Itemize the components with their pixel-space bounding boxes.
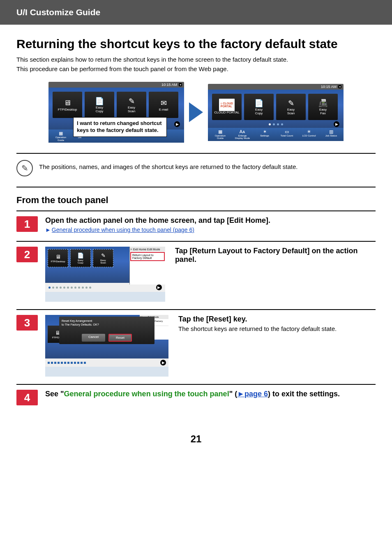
note-text: The positions, names, and images of the … bbox=[39, 160, 298, 170]
dialog-line2: to The Factory Defaults. OK? bbox=[62, 323, 152, 326]
shortcut-key-label: Easy Copy bbox=[78, 259, 83, 264]
reset-button[interactable]: Reset bbox=[108, 334, 132, 342]
bottom-bar-label: Settings bbox=[260, 134, 269, 137]
shortcut-key-label: Easy Scan bbox=[128, 106, 135, 113]
step-number: 4 bbox=[16, 390, 38, 405]
shortcut-key-icon: 🖥 bbox=[64, 98, 71, 108]
intro-text: This section explains how to return the … bbox=[16, 55, 376, 74]
speaker-icon: ◂ bbox=[338, 85, 341, 88]
step-2: 2 🖥FTP/Desktop📄Easy Copy✎Easy Scan ▹Exit… bbox=[16, 241, 376, 309]
shortcut-key-icon: ✎ bbox=[129, 96, 135, 106]
shortcut-key-icon: ✉ bbox=[161, 98, 167, 108]
page-title: Returning the shortcut keys to the facto… bbox=[16, 37, 376, 51]
action-panel-header[interactable]: ▹Exit Home Edit Mode bbox=[130, 247, 165, 252]
shortcut-key-label: Easy Fax bbox=[319, 108, 327, 116]
shortcut-key[interactable]: 🖥FTP/Desktop bbox=[53, 92, 82, 118]
shortcut-key-label: E-mail bbox=[159, 108, 168, 112]
shortcut-key-icon: ✎ bbox=[288, 98, 294, 108]
speaker-icon: ◂ bbox=[179, 83, 182, 86]
step4-green-link[interactable]: General procedure when using the touch p… bbox=[64, 390, 229, 398]
step2-screenshot: 🖥FTP/Desktop📄Easy Copy✎Easy Scan ▹Exit H… bbox=[45, 247, 165, 302]
bottom-bar-item[interactable]: AᴀEnlarge Display Mode bbox=[234, 129, 251, 140]
shortcut-key-icon: ✎ bbox=[101, 252, 106, 259]
intro-line2: This procedure can be performed from the… bbox=[16, 65, 376, 74]
shortcut-key[interactable]: 📄Easy Copy bbox=[70, 249, 91, 267]
shortcut-key-icon: ≡ CLOUDPORTAL bbox=[219, 99, 235, 111]
page-dot[interactable] bbox=[281, 123, 283, 125]
shortcut-key-label: Easy Copy bbox=[255, 108, 263, 116]
shortcut-key[interactable]: 📄Easy Copy bbox=[244, 94, 274, 120]
bottom-bar-icon: ▭ bbox=[285, 129, 289, 134]
step3-desc: The shortcut keys are returned to the fa… bbox=[178, 325, 337, 332]
step-3: 3 Home Edit Mode rn Layout to Factory ul… bbox=[16, 309, 376, 384]
shortcut-key-label: Easy Copy bbox=[96, 106, 104, 113]
shortcut-key-icon: 📄 bbox=[254, 98, 263, 108]
step1-link-text: General procedure when using the touch p… bbox=[52, 227, 194, 233]
divider bbox=[16, 187, 376, 187]
bottom-bar-item[interactable]: ▦Operation Guide bbox=[212, 129, 228, 140]
page-next-icon[interactable]: ▶ bbox=[334, 121, 339, 127]
page-next-icon[interactable]: ▶ bbox=[174, 121, 180, 127]
shortcut-key-label: CLOUD PORTAL bbox=[214, 111, 240, 115]
note-icon: ✎ bbox=[16, 160, 33, 176]
step1-title: Open the action panel on the home screen… bbox=[45, 216, 376, 225]
transition-arrow-icon bbox=[189, 102, 203, 122]
action-panel: ▹Exit Home Edit Mode Return Layout to Fa… bbox=[129, 247, 165, 284]
shortcut-key[interactable]: 📄Easy Copy bbox=[85, 92, 114, 118]
divider bbox=[16, 153, 376, 154]
shortcut-key-label: Easy Scan bbox=[287, 108, 295, 116]
screen-after: 10:15 AM ◂ ≡ CLOUDPORTALCLOUD PORTAL📄Eas… bbox=[208, 84, 344, 141]
bottom-bar-label: Total Count bbox=[281, 134, 293, 137]
shortcut-key[interactable]: ✉E-mail bbox=[149, 92, 178, 118]
shortcut-key-icon: 🖥 bbox=[55, 254, 61, 260]
bottom-bar-icon: ▦ bbox=[218, 129, 222, 134]
shortcut-key-icon: 📄 bbox=[77, 252, 84, 259]
bottom-bar-label: LCD Control bbox=[302, 134, 316, 137]
step-number: 2 bbox=[16, 247, 38, 262]
bottom-bar-label: Operation Guide bbox=[55, 136, 66, 141]
shortcut-key[interactable]: ✎Easy Scan bbox=[93, 249, 113, 267]
step1-link[interactable]: ►General procedure when using the touch … bbox=[45, 227, 194, 233]
header-title: U/I Customize Guide bbox=[16, 7, 100, 17]
step4-page-link[interactable]: ►page 6 bbox=[237, 390, 268, 398]
page-next-icon[interactable]: ▶ bbox=[156, 284, 162, 290]
action-return-factory-default[interactable]: Return Layout to Factory Default bbox=[130, 252, 165, 261]
cancel-button[interactable]: Cancel bbox=[82, 334, 105, 342]
step4-text: See "General procedure when using the to… bbox=[45, 390, 376, 398]
bottom-bar-icon: ▦ bbox=[59, 131, 63, 136]
shortcut-key[interactable]: ✎Easy Scan bbox=[117, 92, 146, 118]
bottom-bar-label: Job Status bbox=[325, 134, 337, 137]
header-bar: U/I Customize Guide bbox=[0, 0, 392, 25]
step-number: 1 bbox=[16, 216, 38, 232]
shortcut-key[interactable]: 📠Easy Fax bbox=[308, 94, 338, 120]
intro-line1: This section explains how to return the … bbox=[16, 55, 376, 65]
callout-bubble: I want to return changed shortcut keys t… bbox=[73, 117, 167, 137]
step-4: 4 See "General procedure when using the … bbox=[16, 384, 376, 413]
page-dot[interactable] bbox=[269, 123, 271, 125]
bottom-bar-icon: Aᴀ bbox=[240, 129, 245, 134]
bottom-bar-label: Enlarge Display Mode bbox=[235, 134, 250, 140]
bottom-bar-label: Operation Guide bbox=[215, 134, 226, 140]
shortcut-key-icon: 📄 bbox=[95, 96, 104, 106]
page-next-icon[interactable]: ▶ bbox=[160, 360, 166, 365]
shortcut-key[interactable]: ≡ CLOUDPORTALCLOUD PORTAL bbox=[212, 94, 242, 120]
step-number: 3 bbox=[16, 315, 38, 331]
bottom-bar-icon: ▥ bbox=[329, 129, 333, 134]
bottom-bar-item[interactable]: ▦Operation Guide bbox=[53, 131, 69, 141]
before-after-diagram: 10:15 AM ◂ 🖥FTP/Desktop📄Easy Copy✎Easy S… bbox=[16, 82, 376, 143]
bottom-bar-item[interactable]: ☀LCD Control bbox=[301, 129, 317, 140]
step3-screenshot: Home Edit Mode rn Layout to Factory ult … bbox=[45, 315, 168, 377]
bottom-bar-item[interactable]: ▥Job Status bbox=[323, 129, 339, 140]
bottom-bar-item[interactable]: ✶Settings bbox=[256, 129, 273, 140]
shortcut-key-label: FTP/Desktop bbox=[51, 260, 65, 263]
shortcut-key-label: FTP/Desktop bbox=[58, 108, 77, 112]
bottom-bar-icon: ☀ bbox=[307, 129, 311, 134]
bottom-bar-icon: ✶ bbox=[263, 129, 267, 134]
step2-title: Tap [Return Layout to Factory Default] o… bbox=[175, 247, 376, 264]
page-dot[interactable] bbox=[277, 123, 279, 125]
page-dot[interactable] bbox=[273, 123, 275, 125]
bottom-bar-item[interactable]: ▭Total Count bbox=[279, 129, 295, 140]
screen-before: 10:15 AM ◂ 🖥FTP/Desktop📄Easy Copy✎Easy S… bbox=[48, 82, 184, 143]
shortcut-key[interactable]: ✎Easy Scan bbox=[276, 94, 306, 120]
shortcut-key[interactable]: 🖥FTP/Desktop bbox=[48, 249, 68, 267]
